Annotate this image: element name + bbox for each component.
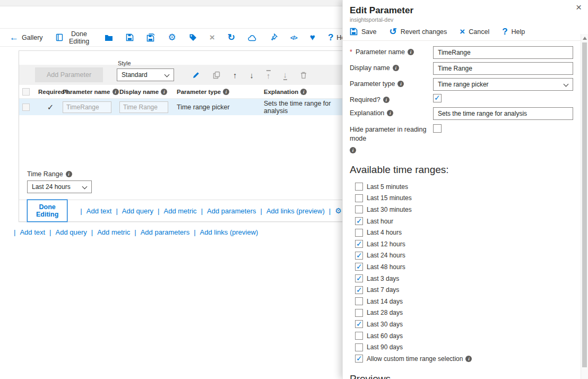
time-range-checkbox[interactable] xyxy=(355,332,363,340)
revert-label: Revert changes xyxy=(401,28,447,36)
revert-changes-button[interactable]: ↺ Revert changes xyxy=(390,27,447,36)
panel-help-button[interactable]: ? Help xyxy=(502,27,525,36)
time-range-option[interactable]: Last 30 days xyxy=(355,318,573,330)
settings-button[interactable]: ⚙ xyxy=(168,33,176,42)
pin-icon xyxy=(270,33,278,41)
edit-parameter-button[interactable] xyxy=(192,71,200,79)
hide-parameter-checkbox[interactable] xyxy=(433,124,442,133)
time-range-checkbox[interactable] xyxy=(355,343,363,351)
time-range-option[interactable]: Last 14 days xyxy=(355,296,573,307)
header-strip xyxy=(0,6,350,29)
parameters-editor-container: Add Parameter Style Standard ↑ ↓ ↑ ↓ xyxy=(19,50,350,222)
time-range-checkbox[interactable] xyxy=(355,286,363,294)
delete-parameter-button[interactable] xyxy=(300,71,307,79)
info-icon: i xyxy=(397,81,404,87)
save-icon xyxy=(126,33,134,41)
time-range-option[interactable]: Last hour xyxy=(355,216,573,227)
time-range-checkbox[interactable] xyxy=(355,217,363,225)
style-select[interactable]: Standard xyxy=(117,68,174,81)
done-editing-button[interactable]: Done Editing xyxy=(27,200,67,222)
close-workbook-button[interactable]: × xyxy=(210,33,215,42)
display-name-input[interactable] xyxy=(433,62,573,75)
time-range-checkbox[interactable] xyxy=(355,205,363,213)
time-range-option[interactable]: Last 15 minutes xyxy=(355,193,573,204)
time-range-checkbox[interactable] xyxy=(355,309,363,317)
row-display-name-input[interactable] xyxy=(119,101,168,113)
favorite-button[interactable]: ♥ xyxy=(310,33,315,42)
share-button[interactable] xyxy=(248,34,257,41)
save-button[interactable] xyxy=(126,33,134,41)
settings-action[interactable]: ⚙ xyxy=(325,207,342,215)
advanced-editor-button[interactable]: </> xyxy=(290,35,297,41)
add-item-link[interactable]: Add text xyxy=(76,207,111,215)
time-range-checkbox[interactable] xyxy=(355,183,363,191)
explanation-input[interactable] xyxy=(433,107,573,120)
time-range-option[interactable]: Last 90 days xyxy=(355,341,573,353)
tag-button[interactable] xyxy=(189,33,197,41)
pin-button[interactable] xyxy=(270,33,278,41)
time-range-option[interactable]: Last 28 days xyxy=(355,307,573,319)
row-parameter-name-input[interactable] xyxy=(63,101,111,113)
display-name-field: Display namei xyxy=(350,62,573,75)
save-as-button[interactable] xyxy=(146,33,155,42)
add-item-link[interactable]: Add links (preview) xyxy=(189,228,258,236)
available-time-ranges-heading: Available time ranges: xyxy=(350,164,573,176)
add-parameter-button[interactable]: Add Parameter xyxy=(35,67,103,82)
cancel-button[interactable]: × Cancel xyxy=(460,27,489,36)
time-range-label: Time Range xyxy=(27,170,63,178)
close-panel-button[interactable]: × xyxy=(576,2,582,12)
add-item-link[interactable]: Add metric xyxy=(153,207,197,215)
scrollbar-thumb[interactable] xyxy=(582,42,587,367)
open-folder-button[interactable] xyxy=(105,34,113,41)
time-range-option[interactable]: Last 5 minutes xyxy=(355,181,573,193)
add-item-link[interactable]: Add parameters xyxy=(197,207,256,215)
top-band xyxy=(0,0,350,6)
time-range-option[interactable]: Last 4 hours xyxy=(355,227,573,238)
time-range-option[interactable]: Allow custom time range selectioni xyxy=(355,353,573,365)
required-checkbox[interactable] xyxy=(433,94,442,102)
panel-toolbar: Save ↺ Revert changes × Cancel ? Help xyxy=(343,23,588,41)
time-range-checkbox[interactable] xyxy=(355,274,363,282)
time-range-option[interactable]: Last 30 minutes xyxy=(355,204,573,216)
gallery-button[interactable]: ← Gallery xyxy=(10,33,43,42)
time-range-checkbox[interactable] xyxy=(355,297,363,305)
time-range-checkbox[interactable] xyxy=(355,194,363,202)
time-range-checkbox[interactable] xyxy=(355,263,363,271)
parameter-table-row[interactable]: ✓ Time range picker Sets the time range … xyxy=(19,99,350,115)
parameters-table-header: Required? Parameter namei Display namei … xyxy=(19,85,350,99)
copy-parameter-button[interactable] xyxy=(213,71,220,79)
scrollbar-up-arrow-icon[interactable] xyxy=(583,37,587,40)
select-all-checkbox[interactable] xyxy=(22,88,30,96)
add-item-link[interactable]: Add text xyxy=(10,228,45,236)
parameter-type-select[interactable]: Time range picker xyxy=(433,78,573,91)
parameter-name-input[interactable] xyxy=(433,46,573,59)
add-item-link[interactable]: Add links (preview) xyxy=(256,207,325,215)
row-checkbox[interactable] xyxy=(22,104,30,111)
folder-icon xyxy=(105,34,113,41)
move-to-bottom-button[interactable]: ↓ xyxy=(283,70,288,80)
auto-refresh-button[interactable]: ↻ xyxy=(228,33,235,42)
time-range-option[interactable]: Last 48 hours xyxy=(355,261,573,273)
add-item-link[interactable]: Add query xyxy=(45,228,87,236)
time-range-option[interactable]: Last 24 hours xyxy=(355,250,573,262)
time-range-checkbox[interactable] xyxy=(355,229,363,237)
time-range-option[interactable]: Last 7 days xyxy=(355,284,573,296)
time-range-checkbox[interactable] xyxy=(355,252,363,260)
time-range-checkbox[interactable] xyxy=(355,355,363,363)
time-range-select[interactable]: Last 24 hours xyxy=(27,180,92,193)
time-range-option-label: Last 48 hours xyxy=(367,263,405,271)
time-range-checkbox[interactable] xyxy=(355,240,363,248)
time-range-checkbox[interactable] xyxy=(355,320,363,328)
move-up-button[interactable]: ↑ xyxy=(233,71,237,80)
done-editing-toolbar-button[interactable]: Done Editing xyxy=(56,30,92,45)
time-range-option[interactable]: Last 60 days xyxy=(355,330,573,342)
time-range-option[interactable]: Last 3 days xyxy=(355,273,573,285)
add-item-link[interactable]: Add parameters xyxy=(130,228,189,236)
move-to-top-button[interactable]: ↑ xyxy=(266,70,271,80)
move-down-button[interactable]: ↓ xyxy=(250,71,254,80)
add-item-link[interactable]: Add metric xyxy=(87,228,131,236)
time-range-option[interactable]: Last 12 hours xyxy=(355,238,573,250)
save-parameter-button[interactable]: Save xyxy=(350,28,377,36)
panel-scrollbar[interactable] xyxy=(581,34,588,379)
add-item-link[interactable]: Add query xyxy=(111,207,153,215)
